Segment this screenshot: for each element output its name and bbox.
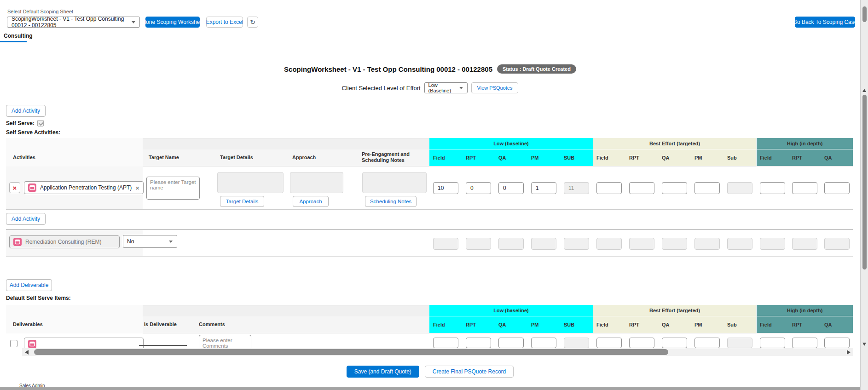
deliverable-row-best-qa-input[interactable] (662, 338, 687, 348)
apt-row-high-qa-input[interactable] (824, 182, 850, 194)
apt-row-high-field-input[interactable] (760, 182, 785, 194)
create-final-psquote-button[interactable]: Create Final PSQuote Record (425, 366, 514, 378)
remediation-row-low-qa-input (498, 238, 524, 250)
deliverable-row-low-sub-input (564, 338, 589, 348)
t2-effort-col-low-sub: SUB (560, 316, 593, 333)
target-details-button[interactable]: Target Details (220, 196, 264, 207)
activity-pill-label: Application Penetration Testing (APT) (40, 184, 132, 191)
deliverable-row-low-field-input[interactable] (433, 338, 458, 348)
col-is-deliverable: Is Deliverable (144, 321, 177, 327)
remove-row-button[interactable]: × (9, 182, 20, 193)
add-activity-button-2[interactable]: Add Activity (6, 213, 46, 225)
t1-effort-col-low-qa: QA (495, 149, 527, 166)
apt-row-low-field-input[interactable] (433, 182, 458, 194)
scoping-worksheet-page: Select Default Scoping Sheet ScopingWork… (0, 0, 868, 390)
save-draft-quote-button[interactable]: Save (and Draft Quote) (347, 366, 419, 378)
remediation-row-best-qa-input (662, 238, 687, 250)
bottom-scrollbar-bar[interactable] (0, 387, 868, 390)
deliverable-row-best-rpt-input[interactable] (629, 338, 654, 348)
scheduling-notes-button[interactable]: Scheduling Notes (365, 196, 417, 207)
export-to-excel-button[interactable]: Export to Excel (206, 17, 243, 28)
deliverables-column-bg (6, 305, 143, 333)
vertical-scrollbar-track[interactable] (860, 0, 868, 390)
chevron-down-icon (169, 241, 173, 243)
t2-effort-col-high-qa: QA (821, 316, 853, 333)
deliverable-checkbox[interactable] (10, 340, 17, 347)
effort-columns-header: Low (baseline)FieldRPTQAPMSUBBest Effort… (429, 138, 853, 166)
t2-effort-group-high: High (in depth) (756, 305, 853, 316)
remediation-row-high-qa-input (824, 238, 850, 250)
scheduling-notes-readonly-box (362, 172, 427, 193)
apt-row-best-rpt-input[interactable] (629, 182, 654, 194)
remediation-row-low-field-input (433, 238, 458, 250)
add-deliverable-button[interactable]: Add Deliverable (6, 279, 52, 291)
t1-effort-col-high-qa: QA (821, 149, 853, 166)
col-approach: Approach (292, 155, 316, 161)
refresh-button[interactable]: ↻ (247, 17, 258, 28)
remediation-row-best-pm-input (694, 238, 720, 250)
deliverable-row-low-qa-input[interactable] (498, 338, 524, 348)
apt-row-best-field-input[interactable] (596, 182, 622, 194)
scroll-right-arrow-icon[interactable] (847, 350, 851, 355)
is-deliverable-field[interactable] (139, 334, 187, 346)
add-activity-button[interactable]: Add Activity (6, 105, 46, 117)
apt-row-low-sub-input (564, 182, 589, 194)
apt-row-best-pm-input[interactable] (694, 182, 720, 194)
t2-effort-col-best-field: Field (593, 316, 625, 333)
pill-remove-icon[interactable]: × (135, 184, 139, 192)
level-of-effort-row: Client Selected Level of Effort Low (Bas… (0, 82, 860, 93)
scroll-left-arrow-icon[interactable] (25, 350, 29, 355)
scroll-up-arrow-icon[interactable] (862, 89, 866, 92)
scroll-down-arrow-icon[interactable] (862, 343, 866, 346)
refresh-icon: ↻ (250, 18, 255, 26)
t1-effort-col-high-rpt: RPT (788, 149, 821, 166)
clone-scoping-worksheet-button[interactable]: Clone Scoping Worksheet (145, 17, 200, 28)
self-serve-label: Self Serve: (6, 120, 35, 126)
scoping-sheet-select[interactable]: ScopingWorksheet - V1 - Test Opp Consult… (7, 17, 140, 28)
deliverable-row-high-qa-input[interactable] (824, 338, 850, 348)
deliverable-row-low-rpt-input[interactable] (466, 338, 491, 348)
remediation-row-best-rpt-input (629, 238, 654, 250)
t1-effort-group-high: High (in depth) (756, 138, 853, 149)
target-name-input[interactable] (146, 177, 200, 200)
apt-row-low-qa-input[interactable] (498, 182, 524, 194)
apt-row-low-rpt-input[interactable] (466, 182, 491, 194)
horizontal-scrollbar-thumb[interactable] (34, 349, 668, 355)
record-icon (28, 184, 36, 192)
chevron-down-icon (132, 21, 135, 23)
approach-button[interactable]: Approach (293, 196, 329, 207)
deliverable-row-best-pm-input[interactable] (694, 338, 720, 348)
deliverable-row-best-field-input[interactable] (596, 338, 622, 348)
t2-effort-group-best: Best Effort (targeted) (593, 305, 756, 316)
apt-row-high-rpt-input[interactable] (792, 182, 817, 194)
deliverable-row-high-rpt-input[interactable] (792, 338, 817, 348)
apt-row-best-sub-input (727, 182, 752, 194)
page-scrollbar-thumb[interactable] (862, 6, 867, 22)
deliverable-row-low-pm-input[interactable] (531, 338, 556, 348)
go-back-to-scoping-case-button[interactable]: Go Back To Scoping Case (795, 17, 855, 28)
t2-effort-col-best-qa: QA (658, 316, 691, 333)
t1-effort-col-low-field: Field (429, 149, 462, 166)
remediation-row-low-rpt-input (466, 238, 491, 250)
approach-readonly-box (290, 172, 343, 193)
deliverable-row-high-field-input[interactable] (760, 338, 785, 348)
default-self-serve-items-label: Default Self Serve Items: (6, 295, 71, 301)
t1-effort-col-best-qa: QA (658, 149, 691, 166)
col-deliverables: Deliverables (13, 321, 43, 327)
deliverable-row-best-sub-input (727, 338, 752, 348)
remediation-included-select[interactable]: No (123, 235, 177, 248)
activities-table-header: Activities Target Name Target Details Ap… (6, 138, 429, 166)
apt-row-best-qa-input[interactable] (662, 182, 687, 194)
tab-consulting[interactable]: Consulting (4, 33, 33, 39)
chevron-down-icon (459, 87, 463, 89)
effort-columns-header-2: Low (baseline)FieldRPTQAPMSUBBest Effort… (429, 305, 853, 333)
self-serve-checkbox[interactable] (37, 120, 44, 126)
col-target-details: Target Details (220, 155, 253, 161)
view-psquotes-button[interactable]: View PSQuotes (471, 82, 519, 93)
status-badge: Status : Draft Quote Created (497, 64, 576, 74)
vertical-scrollbar-thumb[interactable] (862, 95, 867, 270)
loe-select[interactable]: Low (Baseline) (424, 82, 468, 93)
activities-column-bg (6, 138, 143, 166)
activity-pill-apt[interactable]: Application Penetration Testing (APT) × (24, 181, 144, 194)
apt-row-low-pm-input[interactable] (531, 182, 556, 194)
